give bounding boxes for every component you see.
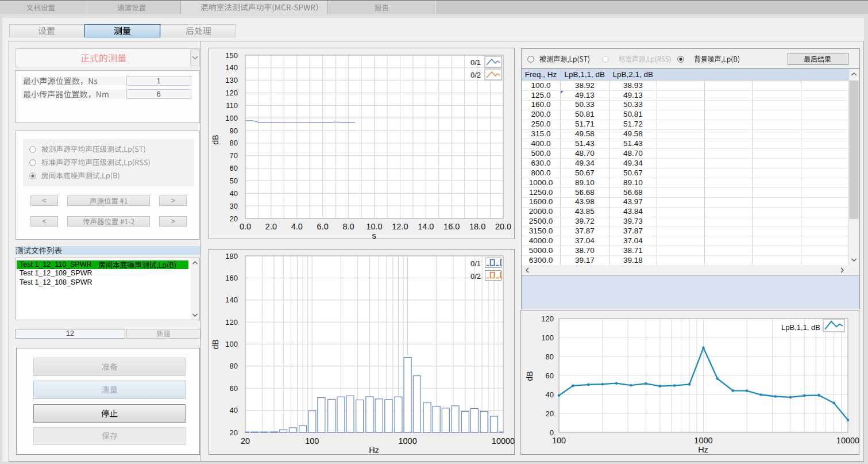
svg-text:30: 30: [230, 202, 238, 210]
svg-text:6.0: 6.0: [317, 222, 329, 231]
svg-text:130: 130: [225, 76, 238, 85]
svg-text:140: 140: [225, 63, 238, 72]
svg-text:120: 120: [225, 89, 238, 97]
svg-text:Hz: Hz: [698, 445, 708, 454]
svg-text:20: 20: [241, 436, 250, 446]
svg-text:140: 140: [225, 296, 238, 304]
svg-text:100: 100: [225, 114, 238, 122]
svg-text:Hz: Hz: [369, 446, 379, 455]
svg-text:12.0: 12.0: [392, 222, 408, 231]
svg-text:LpB,1,1, dB: LpB,1,1, dB: [781, 323, 820, 332]
svg-text:10.0: 10.0: [366, 222, 382, 231]
svg-text:110: 110: [226, 101, 238, 110]
svg-text:0/2: 0/2: [470, 71, 481, 79]
svg-text:120: 120: [541, 315, 554, 323]
svg-text:0.0: 0.0: [240, 222, 251, 231]
svg-text:20: 20: [230, 214, 238, 223]
svg-text:2.0: 2.0: [265, 222, 277, 231]
svg-text:160: 160: [225, 274, 238, 282]
svg-text:0/1: 0/1: [470, 58, 481, 67]
svg-text:90: 90: [230, 126, 238, 135]
svg-text:100: 100: [552, 436, 566, 445]
svg-text:150: 150: [225, 51, 238, 60]
svg-text:40: 40: [546, 390, 554, 399]
svg-text:180: 180: [225, 252, 238, 260]
svg-text:1000: 1000: [694, 436, 712, 445]
svg-text:dB: dB: [211, 135, 220, 144]
svg-text:0/1: 0/1: [470, 259, 481, 268]
svg-text:100: 100: [541, 333, 554, 342]
svg-text:4.0: 4.0: [291, 222, 303, 231]
svg-text:10000: 10000: [836, 436, 859, 445]
svg-text:100: 100: [225, 340, 238, 348]
svg-text:18.0: 18.0: [469, 222, 485, 231]
svg-text:40: 40: [230, 406, 238, 415]
svg-text:1000: 1000: [398, 436, 416, 446]
svg-text:80: 80: [230, 139, 238, 147]
svg-text:80: 80: [230, 362, 238, 370]
svg-text:20: 20: [230, 428, 238, 437]
svg-text:40: 40: [230, 189, 238, 198]
svg-text:dB: dB: [211, 339, 220, 349]
svg-text:50: 50: [230, 177, 238, 185]
svg-text:14.0: 14.0: [418, 222, 434, 231]
svg-text:10000: 10000: [492, 436, 515, 446]
svg-text:100: 100: [305, 436, 319, 446]
svg-text:8.0: 8.0: [343, 222, 354, 231]
svg-text:s: s: [372, 231, 376, 239]
svg-text:16.0: 16.0: [443, 222, 460, 231]
svg-text:120: 120: [225, 318, 238, 327]
svg-text:60: 60: [230, 164, 238, 172]
svg-text:80: 80: [546, 352, 554, 361]
svg-text:dB: dB: [525, 371, 534, 381]
svg-text:60: 60: [230, 384, 238, 393]
svg-text:60: 60: [546, 371, 554, 380]
svg-text:20: 20: [546, 409, 554, 418]
svg-text:20.0: 20.0: [495, 222, 511, 231]
svg-text:70: 70: [230, 151, 238, 160]
svg-text:0/2: 0/2: [470, 272, 481, 281]
